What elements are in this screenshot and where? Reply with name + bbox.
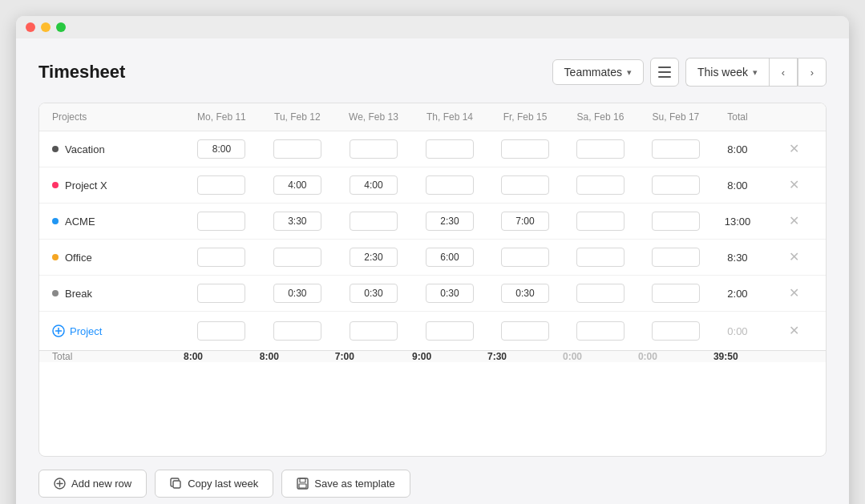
time-cell-mon[interactable]	[184, 204, 260, 240]
time-input[interactable]	[273, 139, 321, 159]
time-input[interactable]	[197, 321, 245, 341]
time-cell-mon[interactable]	[184, 276, 260, 312]
time-input[interactable]	[426, 321, 474, 341]
time-cell-tue[interactable]	[260, 167, 335, 204]
time-input[interactable]	[652, 212, 700, 231]
time-input[interactable]	[426, 139, 474, 159]
time-cell-sun[interactable]	[638, 131, 713, 167]
time-cell-sun[interactable]	[638, 240, 713, 276]
time-cell-mon[interactable]	[184, 240, 260, 276]
time-cell-sun[interactable]	[638, 276, 713, 312]
row-remove[interactable]: ✕	[762, 240, 826, 276]
remove-row-button[interactable]: ✕	[786, 287, 802, 300]
remove-row-button[interactable]: ✕	[786, 215, 802, 228]
time-cell-sun[interactable]	[638, 204, 713, 240]
time-cell-fri[interactable]	[487, 204, 563, 240]
close-dot[interactable]	[26, 22, 35, 32]
time-cell-wed[interactable]	[335, 276, 412, 312]
time-input[interactable]	[197, 139, 245, 159]
empty-cell-thu[interactable]	[412, 312, 487, 351]
time-input[interactable]	[350, 175, 398, 195]
time-cell-wed[interactable]	[335, 204, 412, 240]
time-input[interactable]	[501, 284, 549, 303]
time-cell-wed[interactable]	[335, 131, 412, 167]
time-input[interactable]	[576, 139, 624, 159]
time-input[interactable]	[501, 248, 549, 267]
minimize-dot[interactable]	[41, 22, 51, 32]
time-cell-wed[interactable]	[335, 167, 412, 204]
time-cell-sat[interactable]	[563, 167, 638, 204]
time-input[interactable]	[576, 284, 624, 303]
time-cell-thu[interactable]	[412, 240, 487, 276]
remove-row-button[interactable]: ✕	[786, 179, 802, 192]
time-cell-tue[interactable]	[260, 131, 335, 167]
time-input[interactable]	[426, 175, 474, 195]
time-input[interactable]	[501, 321, 549, 341]
next-week-button[interactable]: ›	[798, 58, 827, 87]
add-new-row-button[interactable]: Add new row	[38, 470, 147, 498]
remove-row-button[interactable]: ✕	[786, 325, 802, 337]
time-cell-sat[interactable]	[563, 276, 638, 312]
time-cell-mon[interactable]	[184, 167, 260, 204]
empty-cell-sun[interactable]	[638, 312, 713, 351]
time-input[interactable]	[197, 175, 245, 195]
time-input[interactable]	[576, 321, 624, 341]
copy-last-week-button[interactable]: Copy last week	[155, 470, 273, 498]
time-input[interactable]	[426, 212, 474, 231]
time-cell-thu[interactable]	[412, 167, 487, 204]
time-cell-fri[interactable]	[487, 167, 563, 204]
remove-row-button[interactable]: ✕	[786, 251, 802, 264]
time-cell-wed[interactable]	[335, 240, 412, 276]
add-project-cell[interactable]: Project	[39, 312, 184, 351]
time-input[interactable]	[576, 175, 624, 195]
prev-week-button[interactable]: ‹	[769, 58, 798, 87]
row-remove[interactable]: ✕	[762, 167, 826, 204]
time-cell-fri[interactable]	[487, 276, 563, 312]
row-remove[interactable]: ✕	[762, 276, 826, 312]
empty-cell-wed[interactable]	[335, 312, 412, 351]
list-view-button[interactable]	[650, 58, 679, 87]
maximize-dot[interactable]	[56, 22, 66, 32]
time-input[interactable]	[652, 139, 700, 159]
time-input[interactable]	[197, 284, 245, 303]
time-cell-sat[interactable]	[563, 204, 638, 240]
time-cell-thu[interactable]	[412, 276, 487, 312]
time-input[interactable]	[576, 212, 624, 231]
time-cell-sat[interactable]	[563, 240, 638, 276]
time-cell-tue[interactable]	[260, 276, 335, 312]
time-cell-tue[interactable]	[260, 240, 335, 276]
time-input[interactable]	[350, 139, 398, 159]
time-input[interactable]	[426, 248, 474, 267]
time-input[interactable]	[652, 321, 700, 341]
teammates-dropdown[interactable]: Teammates ▾	[552, 59, 644, 85]
empty-cell-fri[interactable]	[487, 312, 563, 351]
time-input[interactable]	[350, 321, 398, 341]
time-cell-fri[interactable]	[487, 131, 563, 167]
time-input[interactable]	[576, 248, 624, 267]
time-input[interactable]	[652, 284, 700, 303]
empty-cell-mon[interactable]	[184, 312, 260, 351]
empty-cell-sat[interactable]	[563, 312, 638, 351]
time-input[interactable]	[426, 284, 474, 303]
time-input[interactable]	[501, 175, 549, 195]
time-input[interactable]	[350, 248, 398, 267]
time-input[interactable]	[273, 175, 321, 195]
time-cell-sat[interactable]	[563, 131, 638, 167]
time-cell-thu[interactable]	[412, 131, 487, 167]
time-input[interactable]	[273, 212, 321, 231]
time-input[interactable]	[350, 212, 398, 231]
this-week-button[interactable]: This week ▾	[685, 58, 769, 87]
new-row-remove[interactable]: ✕	[762, 312, 826, 351]
time-input[interactable]	[197, 248, 245, 267]
time-input[interactable]	[273, 284, 321, 303]
remove-row-button[interactable]: ✕	[786, 143, 802, 155]
row-remove[interactable]: ✕	[762, 131, 826, 167]
time-input[interactable]	[350, 284, 398, 303]
time-cell-tue[interactable]	[260, 204, 335, 240]
time-input[interactable]	[652, 175, 700, 195]
add-project-button[interactable]: Project	[52, 325, 102, 337]
time-input[interactable]	[273, 321, 321, 341]
time-cell-fri[interactable]	[487, 240, 563, 276]
time-input[interactable]	[501, 212, 549, 231]
time-cell-sun[interactable]	[638, 167, 713, 204]
